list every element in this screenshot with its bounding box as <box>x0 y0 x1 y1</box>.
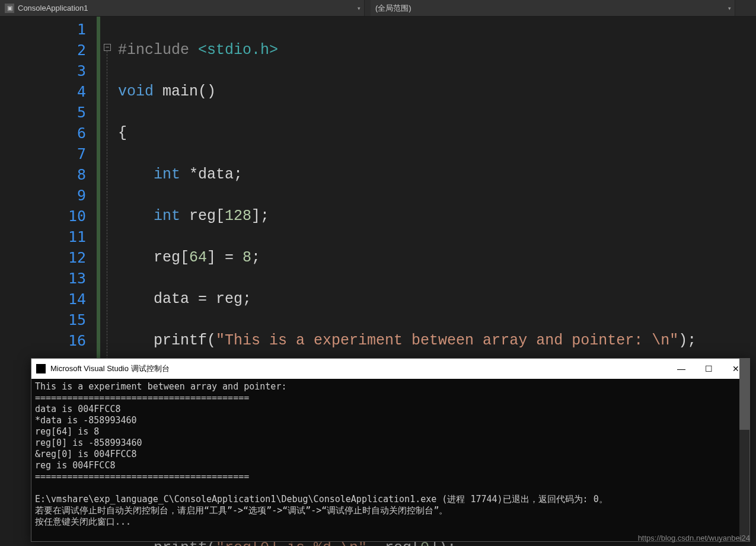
project-dropdown[interactable]: ▣ ConsoleApplication1 ▾ <box>0 0 365 16</box>
line-number: 11 <box>0 226 86 247</box>
line-number: 10 <box>0 206 86 226</box>
console-title: Microsoft Visual Studio 调试控制台 <box>50 363 170 374</box>
line-number: 1 <box>0 19 86 40</box>
line-number: 7 <box>0 143 86 164</box>
code-line: int reg[128]; <box>118 206 756 226</box>
code-line: void main() <box>118 81 756 102</box>
maximize-button[interactable]: ☐ <box>695 359 722 379</box>
code-editor[interactable]: 1 2 3 4 5 6 7 8 9 10 11 12 13 14 15 16 −… <box>0 17 756 360</box>
line-number: 15 <box>0 309 86 330</box>
fold-toggle[interactable]: − <box>104 44 111 51</box>
project-name: ConsoleApplication1 <box>18 4 88 12</box>
line-number: 8 <box>0 164 86 185</box>
line-number: 6 <box>0 123 86 143</box>
line-number: 13 <box>0 268 86 289</box>
code-line: { <box>118 123 756 143</box>
code-line: #include <stdio.h> <box>118 40 756 60</box>
fold-guide <box>107 51 107 359</box>
line-number: 4 <box>0 81 86 102</box>
code-line: printf("This is a experiment between arr… <box>118 330 756 351</box>
navigation-bar: ▣ ConsoleApplication1 ▾ (全局范围) ▾ <box>0 0 756 17</box>
code-line: data = reg; <box>118 289 756 309</box>
code-line: reg[64] = 8; <box>118 247 756 268</box>
line-number: 16 <box>0 330 86 351</box>
scope-dropdown[interactable]: (全局范围) ▾ <box>371 0 735 16</box>
line-number: 2 <box>0 40 86 60</box>
project-icon: ▣ <box>5 4 14 13</box>
line-number: 9 <box>0 185 86 206</box>
minimize-button[interactable]: — <box>668 359 695 379</box>
code-line: int *data; <box>118 164 756 185</box>
console-titlebar[interactable]: ▪ Microsoft Visual Studio 调试控制台 — ☐ ✕ <box>31 359 749 379</box>
line-number: 14 <box>0 289 86 309</box>
console-icon: ▪ <box>36 364 46 373</box>
line-number-gutter: 1 2 3 4 5 6 7 8 9 10 11 12 13 14 15 16 <box>0 17 97 360</box>
scrollbar-thumb[interactable] <box>739 359 749 430</box>
fold-margin: − <box>100 17 118 360</box>
watermark: https://blog.csdn.net/wuyanbei24 <box>638 534 750 542</box>
console-output[interactable]: This is a experiment between array and p… <box>31 379 749 540</box>
debug-console-window: ▪ Microsoft Visual Studio 调试控制台 — ☐ ✕ Th… <box>31 358 750 542</box>
line-number: 3 <box>0 60 86 81</box>
line-number: 12 <box>0 247 86 268</box>
line-number: 5 <box>0 102 86 123</box>
chevron-down-icon: ▾ <box>358 5 361 11</box>
scope-label: (全局范围) <box>375 3 412 14</box>
code-area[interactable]: #include <stdio.h> void main() { int *da… <box>118 17 756 360</box>
console-scrollbar[interactable] <box>739 359 749 541</box>
chevron-down-icon: ▾ <box>728 5 731 11</box>
